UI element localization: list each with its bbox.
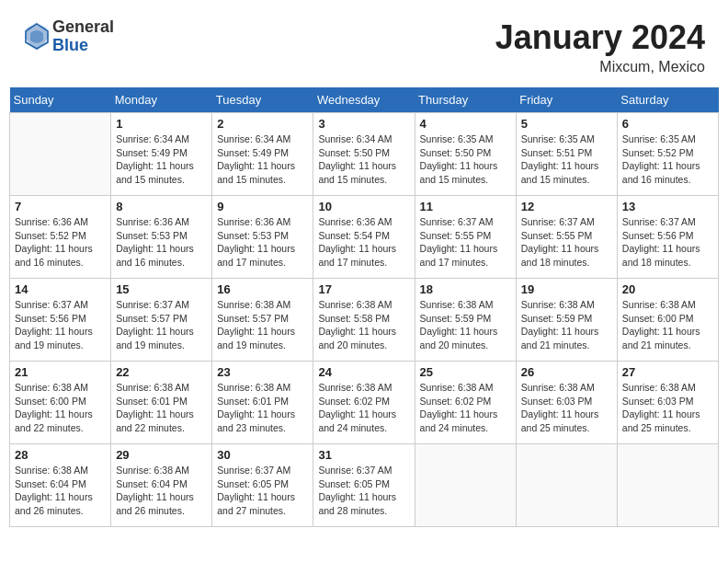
logo-icon (23, 20, 51, 52)
day-info: Sunrise: 6:38 AMSunset: 5:57 PMDaylight:… (217, 298, 308, 352)
day-number: 13 (622, 200, 713, 213)
calendar-cell: 20Sunrise: 6:38 AMSunset: 6:00 PMDayligh… (617, 279, 718, 362)
day-number: 30 (217, 448, 308, 462)
day-info: Sunrise: 6:35 AMSunset: 5:50 PMDaylight:… (420, 132, 511, 187)
logo-text: General Blue (52, 18, 114, 55)
week-row-2: 14Sunrise: 6:37 AMSunset: 5:56 PMDayligh… (10, 279, 719, 362)
day-number: 7 (15, 200, 106, 213)
day-info: Sunrise: 6:35 AMSunset: 5:52 PMDaylight:… (622, 132, 713, 187)
calendar-cell: 5Sunrise: 6:35 AMSunset: 5:51 PMDaylight… (516, 113, 617, 196)
logo-blue: Blue (52, 37, 114, 55)
calendar-cell: 2Sunrise: 6:34 AMSunset: 5:49 PMDaylight… (212, 113, 313, 196)
day-info: Sunrise: 6:36 AMSunset: 5:53 PMDaylight:… (116, 215, 207, 270)
day-number: 8 (116, 200, 207, 213)
day-info: Sunrise: 6:37 AMSunset: 5:56 PMDaylight:… (15, 298, 106, 352)
calendar-cell: 11Sunrise: 6:37 AMSunset: 5:55 PMDayligh… (415, 196, 516, 279)
day-number: 23 (217, 365, 308, 379)
week-row-3: 21Sunrise: 6:38 AMSunset: 6:00 PMDayligh… (10, 362, 719, 444)
day-info: Sunrise: 6:37 AMSunset: 5:55 PMDaylight:… (420, 215, 511, 270)
day-info: Sunrise: 6:37 AMSunset: 5:56 PMDaylight:… (622, 215, 713, 270)
calendar-cell: 13Sunrise: 6:37 AMSunset: 5:56 PMDayligh… (617, 196, 718, 279)
day-info: Sunrise: 6:34 AMSunset: 5:50 PMDaylight:… (318, 132, 409, 187)
day-number: 1 (116, 117, 207, 131)
day-info: Sunrise: 6:38 AMSunset: 6:04 PMDaylight:… (116, 464, 207, 518)
calendar-cell: 30Sunrise: 6:37 AMSunset: 6:05 PMDayligh… (212, 444, 313, 527)
weekday-header-monday: Monday (111, 87, 212, 113)
calendar-cell: 6Sunrise: 6:35 AMSunset: 5:52 PMDaylight… (617, 113, 718, 196)
week-row-0: 1Sunrise: 6:34 AMSunset: 5:49 PMDaylight… (10, 113, 719, 196)
day-info: Sunrise: 6:38 AMSunset: 6:02 PMDaylight:… (318, 381, 409, 435)
logo-general: General (52, 18, 114, 37)
weekday-header-friday: Friday (516, 87, 617, 113)
day-info: Sunrise: 6:38 AMSunset: 6:01 PMDaylight:… (116, 381, 207, 435)
weekday-header-wednesday: Wednesday (313, 87, 415, 113)
day-info: Sunrise: 6:38 AMSunset: 6:04 PMDaylight:… (15, 464, 106, 518)
calendar-cell: 16Sunrise: 6:38 AMSunset: 5:57 PMDayligh… (212, 279, 313, 362)
day-number: 29 (116, 448, 207, 462)
calendar-cell: 28Sunrise: 6:38 AMSunset: 6:04 PMDayligh… (10, 444, 111, 527)
day-info: Sunrise: 6:38 AMSunset: 6:03 PMDaylight:… (622, 381, 713, 435)
day-info: Sunrise: 6:37 AMSunset: 5:55 PMDaylight:… (521, 215, 612, 270)
calendar-cell: 7Sunrise: 6:36 AMSunset: 5:52 PMDaylight… (10, 196, 111, 279)
day-number: 16 (217, 282, 308, 296)
calendar-cell: 26Sunrise: 6:38 AMSunset: 6:03 PMDayligh… (516, 362, 617, 444)
calendar-cell: 25Sunrise: 6:38 AMSunset: 6:02 PMDayligh… (415, 362, 516, 444)
day-number: 12 (521, 200, 612, 213)
day-number: 3 (318, 117, 409, 131)
day-info: Sunrise: 6:38 AMSunset: 5:59 PMDaylight:… (420, 298, 511, 352)
day-number: 21 (15, 365, 106, 379)
day-info: Sunrise: 6:38 AMSunset: 6:03 PMDaylight:… (521, 381, 612, 435)
day-number: 2 (217, 117, 308, 131)
weekday-header-thursday: Thursday (415, 87, 516, 113)
day-info: Sunrise: 6:38 AMSunset: 6:00 PMDaylight:… (15, 381, 106, 435)
page-header: General Blue January 2024 Mixcum, Mexico (9, 9, 719, 80)
day-info: Sunrise: 6:34 AMSunset: 5:49 PMDaylight:… (116, 132, 207, 187)
calendar-cell: 17Sunrise: 6:38 AMSunset: 5:58 PMDayligh… (313, 279, 415, 362)
day-info: Sunrise: 6:36 AMSunset: 5:54 PMDaylight:… (318, 215, 409, 270)
month-title: January 2024 (495, 18, 705, 57)
day-info: Sunrise: 6:37 AMSunset: 5:57 PMDaylight:… (116, 298, 207, 352)
calendar-cell: 12Sunrise: 6:37 AMSunset: 5:55 PMDayligh… (516, 196, 617, 279)
logo: General Blue (23, 18, 114, 55)
calendar-cell: 21Sunrise: 6:38 AMSunset: 6:00 PMDayligh… (10, 362, 111, 444)
day-number: 17 (318, 282, 409, 296)
day-number: 15 (116, 282, 207, 296)
weekday-header-tuesday: Tuesday (212, 87, 313, 113)
day-info: Sunrise: 6:38 AMSunset: 6:02 PMDaylight:… (420, 381, 511, 435)
calendar: SundayMondayTuesdayWednesdayThursdayFrid… (9, 87, 719, 527)
day-number: 6 (622, 117, 713, 131)
title-area: January 2024 Mixcum, Mexico (495, 18, 705, 75)
calendar-cell: 15Sunrise: 6:37 AMSunset: 5:57 PMDayligh… (111, 279, 212, 362)
day-number: 4 (420, 117, 511, 131)
day-number: 28 (15, 448, 106, 462)
weekday-header-row: SundayMondayTuesdayWednesdayThursdayFrid… (10, 87, 719, 113)
day-info: Sunrise: 6:38 AMSunset: 5:59 PMDaylight:… (521, 298, 612, 352)
location: Mixcum, Mexico (495, 59, 705, 75)
day-number: 14 (15, 282, 106, 296)
weekday-header-saturday: Saturday (617, 87, 718, 113)
week-row-4: 28Sunrise: 6:38 AMSunset: 6:04 PMDayligh… (10, 444, 719, 527)
calendar-cell: 19Sunrise: 6:38 AMSunset: 5:59 PMDayligh… (516, 279, 617, 362)
calendar-cell: 4Sunrise: 6:35 AMSunset: 5:50 PMDaylight… (415, 113, 516, 196)
day-number: 11 (420, 200, 511, 213)
calendar-cell (415, 444, 516, 527)
day-number: 26 (521, 365, 612, 379)
calendar-cell: 22Sunrise: 6:38 AMSunset: 6:01 PMDayligh… (111, 362, 212, 444)
calendar-cell (617, 444, 718, 527)
calendar-cell: 27Sunrise: 6:38 AMSunset: 6:03 PMDayligh… (617, 362, 718, 444)
calendar-cell: 29Sunrise: 6:38 AMSunset: 6:04 PMDayligh… (111, 444, 212, 527)
week-row-1: 7Sunrise: 6:36 AMSunset: 5:52 PMDaylight… (10, 196, 719, 279)
calendar-cell: 10Sunrise: 6:36 AMSunset: 5:54 PMDayligh… (313, 196, 415, 279)
day-number: 9 (217, 200, 308, 213)
calendar-cell: 3Sunrise: 6:34 AMSunset: 5:50 PMDaylight… (313, 113, 415, 196)
day-number: 5 (521, 117, 612, 131)
day-number: 25 (420, 365, 511, 379)
day-info: Sunrise: 6:36 AMSunset: 5:53 PMDaylight:… (217, 215, 308, 270)
day-number: 22 (116, 365, 207, 379)
day-number: 10 (318, 200, 409, 213)
calendar-cell: 8Sunrise: 6:36 AMSunset: 5:53 PMDaylight… (111, 196, 212, 279)
day-info: Sunrise: 6:38 AMSunset: 6:01 PMDaylight:… (217, 381, 308, 435)
calendar-cell: 9Sunrise: 6:36 AMSunset: 5:53 PMDaylight… (212, 196, 313, 279)
day-number: 20 (622, 282, 713, 296)
calendar-cell: 31Sunrise: 6:37 AMSunset: 6:05 PMDayligh… (313, 444, 415, 527)
